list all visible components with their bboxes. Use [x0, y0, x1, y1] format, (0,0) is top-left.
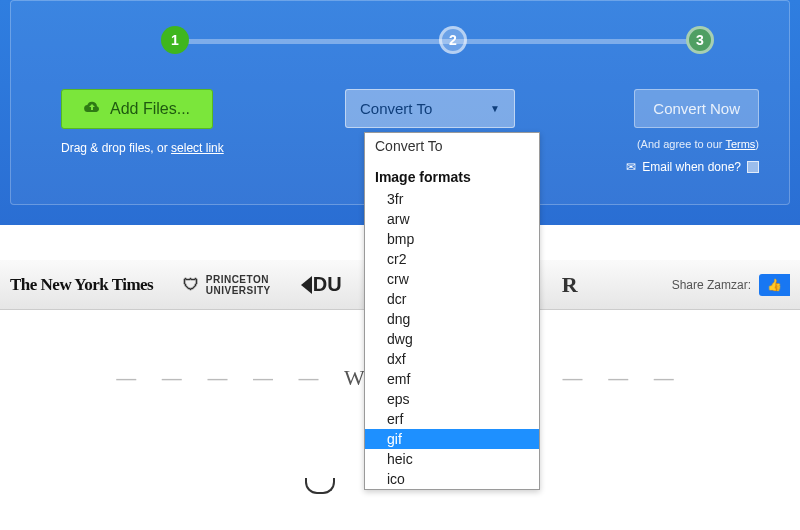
thumbs-up-icon: 👍 [767, 278, 782, 292]
dropdown-item-dxf[interactable]: dxf [365, 349, 539, 369]
dropdown-item-3fr[interactable]: 3fr [365, 189, 539, 209]
email-when-done-row: ✉ Email when done? [626, 160, 759, 174]
princeton-logo: 🛡 PRINCETON UNIVERSITY [183, 274, 271, 296]
dropdown-item-eps[interactable]: eps [365, 389, 539, 409]
step-line [176, 39, 699, 44]
du-text: DU [313, 273, 342, 296]
dash-left: — — — — — [116, 367, 328, 389]
dropdown-item-emf[interactable]: emf [365, 369, 539, 389]
dropdown-item-arw[interactable]: arw [365, 209, 539, 229]
nyt-logo: The New York Times [10, 275, 153, 295]
email-when-done-label: Email when done? [642, 160, 741, 174]
dash-w: W [344, 365, 365, 390]
shield-icon: 🛡 [183, 276, 200, 294]
princeton-bottom: UNIVERSITY [206, 285, 271, 296]
terms-prefix: (And agree to our [637, 138, 725, 150]
dropdown-item-ico[interactable]: ico [365, 469, 539, 489]
add-files-label: Add Files... [110, 100, 190, 118]
dropdown-item-dcr[interactable]: dcr [365, 289, 539, 309]
share-label: Share Zamzar: [672, 278, 751, 292]
terms-text: (And agree to our Terms) [637, 138, 759, 150]
chevron-down-icon: ▼ [490, 103, 500, 114]
drop-hint-prefix: Drag & drop files, or [61, 141, 171, 155]
dropdown-item-cr2[interactable]: cr2 [365, 249, 539, 269]
terms-suffix: ) [755, 138, 759, 150]
dropdown-item-erf[interactable]: erf [365, 409, 539, 429]
step-1-badge: 1 [161, 26, 189, 54]
upload-cloud-icon [84, 100, 100, 118]
dropdown-scroll[interactable]: Convert To Image formats 3frarwbmpcr2crw… [365, 133, 539, 489]
dropdown-item-crw[interactable]: crw [365, 269, 539, 289]
convert-to-select[interactable]: Convert To ▼ [345, 89, 515, 128]
step-3-badge: 3 [686, 26, 714, 54]
dropdown-item-heic[interactable]: heic [365, 449, 539, 469]
convert-now-button[interactable]: Convert Now [634, 89, 759, 128]
drop-hint: Drag & drop files, or select link [61, 141, 224, 155]
terms-link[interactable]: Terms [725, 138, 755, 150]
step-2-badge: 2 [439, 26, 467, 54]
dropdown-item-bmp[interactable]: bmp [365, 229, 539, 249]
add-files-button[interactable]: Add Files... [61, 89, 213, 129]
du-logo: DU [301, 273, 342, 296]
dropdown-item-dng[interactable]: dng [365, 309, 539, 329]
dropdown-item-gif[interactable]: gif [365, 429, 539, 449]
convert-to-dropdown[interactable]: Convert To Image formats 3frarwbmpcr2crw… [364, 132, 540, 490]
share-section: Share Zamzar: 👍 [672, 274, 790, 296]
email-when-done-checkbox[interactable] [747, 161, 759, 173]
steps-row: 1 2 3 [41, 26, 759, 54]
dropdown-item-dwg[interactable]: dwg [365, 329, 539, 349]
r-logo: R [562, 272, 578, 298]
select-link[interactable]: select link [171, 141, 224, 155]
decorative-hairpin [305, 478, 335, 494]
convert-to-label: Convert To [360, 100, 432, 117]
mail-icon: ✉ [626, 160, 636, 174]
princeton-top: PRINCETON [206, 274, 271, 285]
triangle-left-icon [301, 276, 312, 294]
dropdown-group-image-formats: Image formats [365, 159, 539, 189]
dropdown-header: Convert To [365, 133, 539, 159]
facebook-like-button[interactable]: 👍 [759, 274, 790, 296]
